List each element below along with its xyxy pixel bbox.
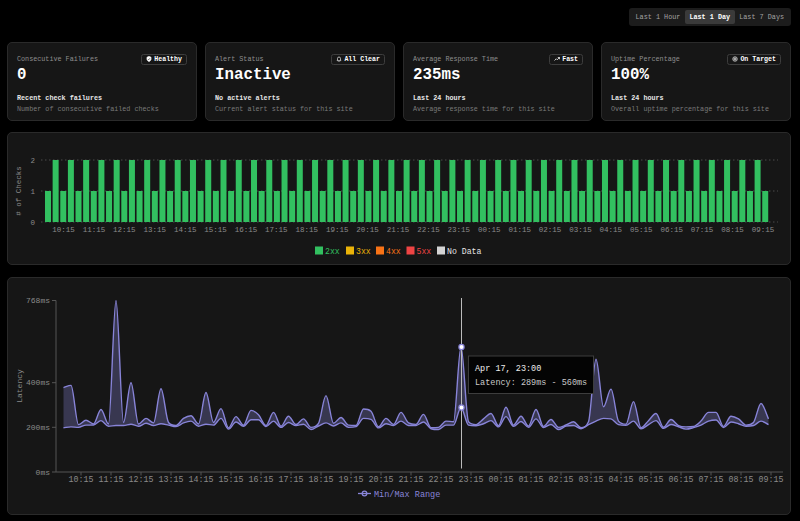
svg-text:05:15: 05:15 [630,226,653,234]
svg-text:09:15: 09:15 [759,475,784,484]
svg-text:14:15: 14:15 [174,226,197,234]
svg-text:18:15: 18:15 [296,226,319,234]
svg-text:21:15: 21:15 [387,226,410,234]
svg-text:04:15: 04:15 [600,226,623,234]
svg-text:07:15: 07:15 [691,226,714,234]
svg-text:21:15: 21:15 [399,475,424,484]
svg-text:2xx: 2xx [325,247,340,256]
svg-text:No Data: No Data [447,247,481,256]
svg-text:01:15: 01:15 [519,475,544,484]
svg-text:Latency: 289ms - 560ms: Latency: 289ms - 560ms [475,378,587,388]
svg-text:04:15: 04:15 [609,475,634,484]
svg-text:03:15: 03:15 [569,226,592,234]
svg-text:02:15: 02:15 [549,475,574,484]
svg-text:# of Checks: # of Checks [15,166,23,216]
svg-text:08:15: 08:15 [721,226,744,234]
svg-text:Latency: Latency [15,369,24,403]
svg-text:08:15: 08:15 [729,475,754,484]
svg-text:10:15: 10:15 [69,475,94,484]
svg-text:19:15: 19:15 [339,475,364,484]
svg-text:23:15: 23:15 [448,226,471,234]
svg-text:00:15: 00:15 [478,226,501,234]
svg-text:400ms: 400ms [26,378,50,387]
svg-text:07:15: 07:15 [699,475,724,484]
svg-text:12:15: 12:15 [129,475,154,484]
svg-text:768ms: 768ms [26,296,50,305]
svg-text:1: 1 [30,188,35,196]
svg-text:10:15: 10:15 [52,226,75,234]
svg-text:200ms: 200ms [26,423,50,432]
svg-text:11:15: 11:15 [83,226,106,234]
svg-text:06:15: 06:15 [660,226,683,234]
svg-text:17:15: 17:15 [279,475,304,484]
svg-text:13:15: 13:15 [159,475,184,484]
svg-text:00:15: 00:15 [489,475,514,484]
svg-text:06:15: 06:15 [669,475,694,484]
svg-text:3xx: 3xx [356,247,371,256]
svg-text:Apr 17, 23:00: Apr 17, 23:00 [475,364,541,374]
svg-text:15:15: 15:15 [204,226,227,234]
svg-text:2: 2 [30,157,35,165]
svg-text:15:15: 15:15 [219,475,244,484]
svg-text:13:15: 13:15 [143,226,166,234]
svg-text:5xx: 5xx [417,247,432,256]
svg-text:0: 0 [30,219,35,227]
svg-text:22:15: 22:15 [417,226,440,234]
svg-text:23:15: 23:15 [459,475,484,484]
svg-text:09:15: 09:15 [752,226,775,234]
svg-text:14:15: 14:15 [189,475,214,484]
svg-text:4xx: 4xx [386,247,401,256]
svg-text:20:15: 20:15 [369,475,394,484]
svg-text:05:15: 05:15 [639,475,664,484]
svg-text:17:15: 17:15 [265,226,288,234]
svg-text:11:15: 11:15 [99,475,124,484]
svg-text:0ms: 0ms [36,468,51,477]
svg-text:02:15: 02:15 [539,226,562,234]
svg-text:19:15: 19:15 [326,226,349,234]
svg-text:03:15: 03:15 [579,475,604,484]
svg-text:16:15: 16:15 [249,475,274,484]
svg-text:18:15: 18:15 [309,475,334,484]
svg-text:20:15: 20:15 [356,226,379,234]
svg-text:01:15: 01:15 [508,226,531,234]
svg-text:12:15: 12:15 [113,226,136,234]
svg-text:22:15: 22:15 [429,475,454,484]
svg-text:Min/Max Range: Min/Max Range [374,490,440,500]
svg-text:16:15: 16:15 [235,226,258,234]
